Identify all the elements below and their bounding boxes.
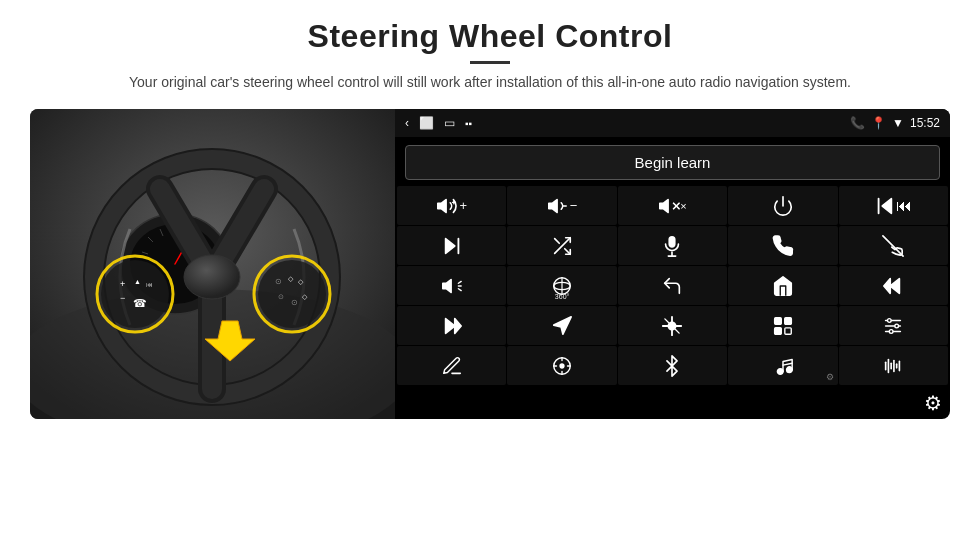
svg-rect-67 (775, 317, 781, 323)
svg-marker-58 (454, 318, 460, 333)
svg-marker-59 (554, 316, 571, 333)
icon-vol-mute[interactable]: × (618, 186, 727, 225)
icon-hang-up[interactable] (839, 226, 948, 265)
svg-text:⊙: ⊙ (278, 293, 284, 300)
icon-vol-up[interactable]: + (397, 186, 506, 225)
icon-prev-track[interactable]: ⏮ (839, 186, 948, 225)
page-subtitle: Your original car's steering wheel contr… (129, 72, 851, 93)
settings-gear-icon[interactable]: ⚙ (924, 391, 942, 415)
svg-rect-68 (785, 317, 791, 323)
svg-marker-31 (438, 199, 446, 212)
page-title: Steering Wheel Control (129, 18, 851, 55)
begin-learn-row: Begin learn (395, 137, 950, 184)
home-nav-icon[interactable]: ⬜ (419, 116, 434, 130)
svg-point-76 (890, 329, 894, 333)
statusbar-right: 📞 📍 ▼ 15:52 (850, 116, 940, 130)
statusbar: ‹ ⬜ ▭ ▪▪ 📞 📍 ▼ 15:52 (395, 109, 950, 137)
svg-line-64 (676, 329, 680, 333)
svg-text:⊙: ⊙ (275, 277, 282, 286)
hu-screen: ‹ ⬜ ▭ ▪▪ 📞 📍 ▼ 15:52 Begin learn (395, 109, 950, 419)
icon-vol-down[interactable]: − (507, 186, 616, 225)
icon-360view[interactable]: 360° (507, 266, 616, 305)
location-icon: 📍 (871, 116, 886, 130)
svg-text:⊙: ⊙ (291, 298, 298, 307)
icon-back[interactable] (618, 266, 727, 305)
phone-status-icon: 📞 (850, 116, 865, 130)
icon-compass[interactable] (507, 346, 616, 385)
title-divider (470, 61, 510, 64)
icon-skip-back[interactable] (839, 266, 948, 305)
icon-bluetooth[interactable] (618, 346, 727, 385)
svg-point-23 (258, 260, 326, 328)
svg-text:⏮: ⏮ (146, 281, 153, 288)
svg-point-83 (777, 368, 783, 374)
icon-equalizer[interactable] (618, 306, 727, 345)
icons-grid: + − × ⏮ (395, 184, 950, 389)
icon-power[interactable] (728, 186, 837, 225)
svg-point-60 (669, 322, 676, 329)
icon-settings-eq[interactable] (839, 306, 948, 345)
svg-text:▲: ▲ (134, 278, 141, 285)
icon-fast-forward[interactable] (397, 306, 506, 345)
svg-point-84 (787, 366, 793, 372)
svg-marker-34 (549, 199, 557, 212)
icon-next-track[interactable] (397, 226, 506, 265)
svg-point-16 (101, 260, 169, 328)
icon-mic[interactable] (618, 226, 727, 265)
icon-navigate[interactable] (507, 306, 616, 345)
svg-marker-40 (883, 198, 892, 213)
svg-point-14 (184, 255, 240, 299)
statusbar-left: ‹ ⬜ ▭ ▪▪ (405, 116, 472, 130)
icon-phone[interactable] (728, 226, 837, 265)
icon-record[interactable] (728, 306, 837, 345)
svg-marker-42 (445, 238, 454, 253)
svg-rect-69 (775, 327, 781, 333)
svg-rect-70 (785, 327, 791, 333)
content-area: + ▲ ⏮ − ☎ ⊙ ◇ ◇ ⊙ ⊙ ◇ (30, 109, 950, 534)
back-nav-icon[interactable]: ‹ (405, 116, 409, 130)
svg-marker-56 (884, 278, 890, 293)
svg-marker-55 (891, 278, 900, 293)
svg-text:☎: ☎ (133, 297, 147, 309)
svg-marker-51 (443, 279, 451, 292)
icon-shuffle[interactable] (507, 226, 616, 265)
icon-music[interactable]: ⚙ (728, 346, 837, 385)
svg-marker-36 (660, 199, 668, 212)
svg-line-46 (555, 238, 560, 243)
svg-point-74 (888, 318, 892, 322)
clock: 15:52 (910, 116, 940, 130)
icon-pen[interactable] (397, 346, 506, 385)
svg-point-75 (895, 324, 899, 328)
svg-line-63 (665, 318, 669, 322)
signal-icon: ▪▪ (465, 118, 472, 129)
title-section: Steering Wheel Control Your original car… (129, 18, 851, 93)
svg-marker-57 (445, 318, 454, 333)
svg-text:−: − (120, 293, 125, 303)
svg-line-85 (783, 363, 792, 365)
svg-rect-47 (670, 236, 676, 246)
svg-text:+: + (120, 279, 125, 289)
begin-learn-button[interactable]: Begin learn (405, 145, 940, 180)
wifi-icon: ▼ (892, 116, 904, 130)
steering-wheel-image: + ▲ ⏮ − ☎ ⊙ ◇ ◇ ⊙ ⊙ ◇ (30, 109, 395, 419)
icon-horn[interactable] (397, 266, 506, 305)
settings-row: ⚙ (395, 389, 950, 419)
svg-point-78 (560, 364, 564, 368)
page-wrapper: Steering Wheel Control Your original car… (0, 0, 980, 544)
icon-soundwave[interactable] (839, 346, 948, 385)
recents-nav-icon[interactable]: ▭ (444, 116, 455, 130)
icon-home[interactable] (728, 266, 837, 305)
